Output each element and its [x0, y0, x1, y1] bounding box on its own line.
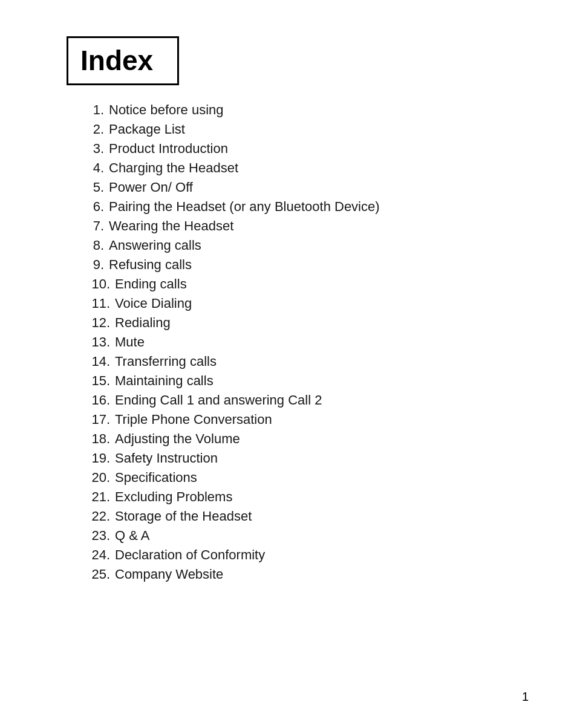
list-item: 17.Triple Phone Conversation	[85, 413, 529, 426]
item-text: Specifications	[115, 470, 197, 485]
list-item: 23.Q & A	[85, 529, 529, 542]
item-number: 25.	[85, 568, 110, 581]
list-item: 3.Product Introduction	[85, 142, 529, 155]
list-item: 1.Notice before using	[85, 103, 529, 117]
item-text: Adjusting the Volume	[115, 431, 240, 446]
item-number: 24.	[85, 548, 110, 562]
item-text: Mute	[115, 334, 145, 349]
list-item: 18.Adjusting the Volume	[85, 432, 529, 446]
list-item: 19.Safety Instruction	[85, 452, 529, 465]
item-text: Excluding Problems	[115, 489, 232, 504]
item-text: Refusing calls	[109, 257, 192, 272]
list-item: 9.Refusing calls	[85, 258, 529, 271]
list-item: 11.Voice Dialing	[85, 297, 529, 310]
item-number: 2.	[85, 123, 104, 136]
item-text: Power On/ Off	[109, 180, 193, 195]
list-item: 8.Answering calls	[85, 239, 529, 252]
list-item: 13.Mute	[85, 336, 529, 349]
item-number: 7.	[85, 219, 104, 233]
item-number: 19.	[85, 452, 110, 465]
page-number: 1	[522, 690, 529, 704]
item-number: 4.	[85, 161, 104, 175]
item-text: Notice before using	[109, 102, 224, 117]
list-item: 25.Company Website	[85, 568, 529, 581]
item-number: 5.	[85, 181, 104, 194]
list-item: 12.Redialing	[85, 316, 529, 330]
item-number: 9.	[85, 258, 104, 271]
list-item: 2.Package List	[85, 123, 529, 136]
item-text: Product Introduction	[109, 141, 228, 156]
list-item: 4.Charging the Headset	[85, 161, 529, 175]
item-text: Ending calls	[115, 276, 187, 291]
item-number: 16.	[85, 394, 110, 407]
item-number: 8.	[85, 239, 104, 252]
list-item: 5.Power On/ Off	[85, 181, 529, 194]
item-number: 3.	[85, 142, 104, 155]
item-text: Wearing the Headset	[109, 218, 233, 233]
item-number: 13.	[85, 336, 110, 349]
item-text: Charging the Headset	[109, 160, 238, 175]
list-item: 20.Specifications	[85, 471, 529, 484]
item-text: Answering calls	[109, 238, 201, 253]
item-text: Safety Instruction	[115, 450, 218, 466]
item-number: 15.	[85, 374, 110, 388]
list-item: 14.Transferring calls	[85, 355, 529, 368]
item-number: 20.	[85, 471, 110, 484]
page-container: Index 1.Notice before using2.Package Lis…	[0, 0, 577, 728]
item-number: 11.	[85, 297, 110, 310]
item-number: 18.	[85, 432, 110, 446]
item-number: 22.	[85, 510, 110, 523]
page-title: Index	[80, 45, 153, 76]
item-text: Company Website	[115, 567, 223, 582]
item-number: 17.	[85, 413, 110, 426]
item-text: Triple Phone Conversation	[115, 412, 272, 427]
item-text: Redialing	[115, 315, 171, 330]
item-number: 10.	[85, 278, 110, 291]
item-text: Maintaining calls	[115, 373, 214, 388]
item-text: Package List	[109, 122, 185, 137]
list-item: 21.Excluding Problems	[85, 490, 529, 504]
item-number: 23.	[85, 529, 110, 542]
item-text: Voice Dialing	[115, 296, 192, 311]
list-item: 6.Pairing the Headset (or any Bluetooth …	[85, 200, 529, 213]
item-text: Transferring calls	[115, 354, 217, 369]
item-text: Storage of the Headset	[115, 509, 252, 524]
item-text: Pairing the Headset (or any Bluetooth De…	[109, 199, 380, 214]
list-item: 16.Ending Call 1 and answering Call 2	[85, 394, 529, 407]
title-box: Index	[67, 36, 179, 85]
index-list: 1.Notice before using2.Package List3.Pro…	[85, 103, 529, 581]
list-item: 22.Storage of the Headset	[85, 510, 529, 523]
item-text: Q & A	[115, 528, 149, 543]
item-number: 6.	[85, 200, 104, 213]
item-text: Ending Call 1 and answering Call 2	[115, 392, 322, 408]
list-item: 10.Ending calls	[85, 278, 529, 291]
item-number: 14.	[85, 355, 110, 368]
item-number: 1.	[85, 103, 104, 117]
list-item: 7.Wearing the Headset	[85, 219, 529, 233]
list-item: 24.Declaration of Conformity	[85, 548, 529, 562]
item-number: 21.	[85, 490, 110, 504]
item-text: Declaration of Conformity	[115, 547, 265, 562]
list-item: 15.Maintaining calls	[85, 374, 529, 388]
item-number: 12.	[85, 316, 110, 330]
